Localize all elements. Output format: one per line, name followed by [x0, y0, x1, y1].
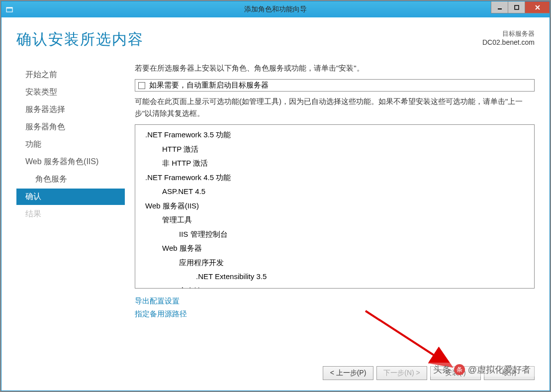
- feature-item: ASP.NET 4.5: [140, 185, 529, 199]
- auto-restart-label: 如果需要，自动重新启动目标服务器: [149, 81, 269, 90]
- titlebar[interactable]: 添加角色和功能向导: [1, 1, 550, 17]
- watermark-prefix: 头条: [433, 364, 451, 376]
- feature-item: .NET Framework 3.5 功能: [140, 128, 529, 142]
- sidebar-item-1[interactable]: 安装类型: [16, 84, 125, 100]
- sidebar: 开始之前安装类型服务器选择服务器角色功能Web 服务器角色(IIS)角色服务确认…: [16, 64, 125, 361]
- sidebar-item-8: 结果: [16, 206, 125, 222]
- feature-list[interactable]: .NET Framework 3.5 功能HTTP 激活非 HTTP 激活.NE…: [135, 124, 535, 289]
- watermark-text: @虚拟化爱好者: [468, 364, 531, 376]
- note-text: 可能会在此页面上显示可选功能(如管理工具)，因为已自动选择这些功能。如果不希望安…: [135, 96, 535, 119]
- main-area: 开始之前安装类型服务器选择服务器角色功能Web 服务器角色(IIS)角色服务确认…: [16, 64, 535, 361]
- auto-restart-checkbox[interactable]: [138, 82, 145, 89]
- feature-item: 应用程序开发: [140, 256, 529, 270]
- content-area: 确认安装所选内容 目标服务器 DC02.benet.com 开始之前安装类型服务…: [1, 17, 550, 361]
- alternate-source-link[interactable]: 指定备用源路径: [135, 307, 535, 320]
- svg-rect-3: [515, 5, 519, 9]
- feature-item: Web 服务器(IIS): [140, 199, 529, 213]
- header-row: 确认安装所选内容 目标服务器 DC02.benet.com: [16, 29, 535, 50]
- sidebar-item-6[interactable]: 角色服务: [16, 171, 125, 188]
- target-server-info: 目标服务器 DC02.benet.com: [482, 29, 535, 46]
- sidebar-item-7[interactable]: 确认: [16, 189, 125, 205]
- links-area: 导出配置设置 指定备用源路径: [135, 294, 535, 320]
- target-server-name: DC02.benet.com: [482, 38, 535, 46]
- window-controls: [491, 1, 550, 13]
- svg-rect-1: [6, 7, 12, 8]
- feature-item: 管理工具: [140, 213, 529, 227]
- previous-button[interactable]: < 上一步(P): [323, 366, 373, 380]
- feature-item: Web 服务器: [140, 241, 529, 256]
- wizard-window: 添加角色和功能向导 确认安装所选内容 目标服务器 DC02.benet.com …: [1, 1, 550, 391]
- target-server-label: 目标服务器: [482, 29, 535, 38]
- minimize-button[interactable]: [491, 1, 508, 13]
- watermark: 头条 条 @虚拟化爱好者: [429, 363, 535, 377]
- auto-restart-row[interactable]: 如果需要，自动重新启动目标服务器: [135, 79, 535, 92]
- feature-item: .NET Extensibility 3.5: [140, 270, 529, 284]
- page-title: 确认安装所选内容: [16, 29, 144, 50]
- app-icon: [5, 5, 13, 13]
- watermark-icon: 条: [454, 364, 465, 375]
- sidebar-item-3[interactable]: 服务器角色: [16, 119, 125, 135]
- install-instruction: 若要在所选服务器上安装以下角色、角色服务或功能，请单击"安装"。: [135, 64, 535, 73]
- feature-item: 非 HTTP 激活: [140, 156, 529, 171]
- feature-item: IIS 管理控制台: [140, 227, 529, 242]
- feature-item: HTTP 激活: [140, 142, 529, 157]
- maximize-button[interactable]: [508, 1, 525, 13]
- right-pane: 若要在所选服务器上安装以下角色、角色服务或功能，请单击"安装"。 如果需要，自动…: [135, 64, 535, 361]
- window-title: 添加角色和功能向导: [244, 5, 307, 14]
- sidebar-item-2[interactable]: 服务器选择: [16, 101, 125, 118]
- sidebar-item-5[interactable]: Web 服务器角色(IIS): [16, 154, 125, 170]
- next-button: 下一步(N) >: [376, 366, 427, 380]
- feature-item: .NET Framework 4.5 功能: [140, 171, 529, 185]
- sidebar-item-0[interactable]: 开始之前: [16, 67, 125, 83]
- sidebar-item-4[interactable]: 功能: [16, 136, 125, 153]
- feature-item: 安全性: [140, 284, 529, 289]
- export-config-link[interactable]: 导出配置设置: [135, 294, 535, 307]
- close-button[interactable]: [525, 1, 550, 13]
